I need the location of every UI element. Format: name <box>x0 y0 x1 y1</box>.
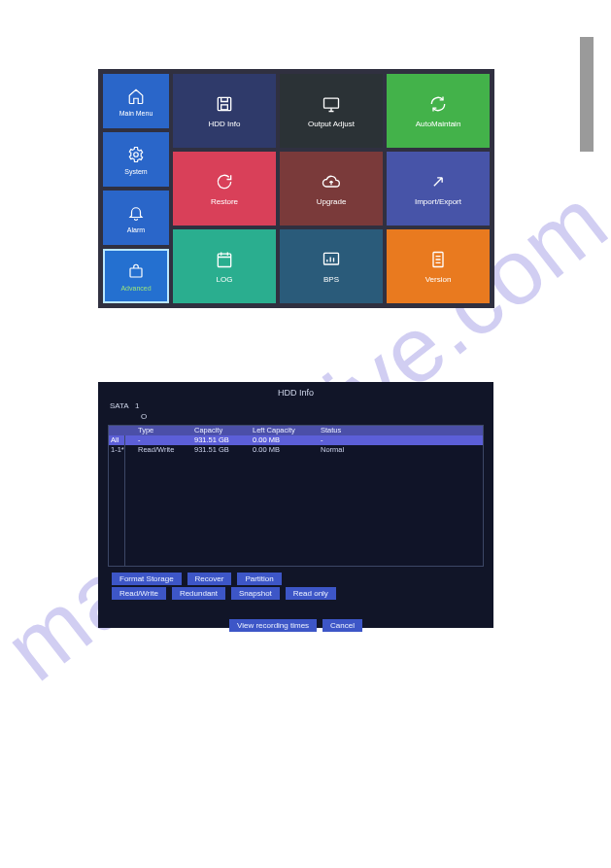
sidebar-item-alarm[interactable]: Alarm <box>103 191 169 245</box>
floppy-icon <box>215 94 234 114</box>
tile-label: Restore <box>211 197 238 206</box>
cell-status: Normal <box>321 445 387 455</box>
tile-label: Import/Export <box>415 197 461 206</box>
tile-label: AutoMaintain <box>416 120 461 128</box>
table-header: Type Capacity Left Capacity Status <box>109 426 483 435</box>
bell-icon <box>126 203 146 223</box>
tile-bps[interactable]: BPS <box>280 229 383 303</box>
partition-button[interactable]: Partition <box>237 573 281 585</box>
col-type: Type <box>138 426 194 435</box>
cell-status: - <box>321 435 387 445</box>
hdd-table: Type Capacity Left Capacity Status All -… <box>108 425 484 567</box>
svg-rect-6 <box>324 253 339 264</box>
tile-upgrade[interactable]: Upgrade <box>280 152 383 226</box>
sidebar-label-system: System <box>124 168 147 175</box>
view-recording-times-button[interactable]: View recording times <box>229 619 317 632</box>
sidebar-label-alarm: Alarm <box>127 226 145 233</box>
cell-type: - <box>138 435 194 445</box>
dialog-title: HDD Info <box>106 388 486 399</box>
cell-capacity: 931.51 GB <box>194 435 253 445</box>
tile-log[interactable]: LOG <box>173 229 276 303</box>
cloud-up-icon <box>322 172 341 191</box>
sidebar-item-system[interactable]: System <box>103 132 169 187</box>
dvr-dashboard: Main Menu System Alarm Advanced HDD I <box>98 69 494 308</box>
tile-restore[interactable]: Restore <box>173 152 276 226</box>
tile-hdd-info[interactable]: HDD Info <box>173 74 276 148</box>
gear-icon <box>126 145 146 164</box>
sata-status: O <box>141 412 147 421</box>
sidebar-item-advanced[interactable]: Advanced <box>103 249 169 303</box>
svg-rect-4 <box>324 98 339 108</box>
table-row[interactable]: 1-1* Read/Write 931.51 GB 0.00 MB Normal <box>109 445 483 455</box>
format-storage-button[interactable]: Format Storage <box>112 573 182 585</box>
sidebar: Main Menu System Alarm Advanced <box>103 74 169 303</box>
sata-value: 1 <box>135 401 139 410</box>
sata-status-row: O <box>106 410 486 421</box>
refresh-icon <box>428 94 448 114</box>
tile-label: Output Adjust <box>308 120 355 128</box>
monitor-icon <box>322 94 341 114</box>
table-vertical-separator <box>124 435 125 566</box>
action-row-2: Read/Write Redundant Snapshot Read only <box>112 587 480 600</box>
recover-button[interactable]: Recover <box>187 573 232 585</box>
sata-row: SATA 1 <box>106 399 486 410</box>
cell-left: 0.00 MB <box>253 435 321 445</box>
col-left-capacity: Left Capacity <box>253 426 321 435</box>
snapshot-button[interactable]: Snapshot <box>231 587 280 600</box>
tile-automaintain[interactable]: AutoMaintain <box>387 74 490 148</box>
svg-rect-5 <box>218 254 230 266</box>
document-icon <box>428 250 448 269</box>
tile-grid: HDD Info Output Adjust AutoMaintain Rest… <box>173 74 490 303</box>
tile-label: BPS <box>323 275 339 284</box>
tile-version[interactable]: Version <box>387 229 490 303</box>
sidebar-label-advanced: Advanced <box>120 285 151 292</box>
col-status: Status <box>321 426 387 435</box>
cell-left: 0.00 MB <box>253 445 321 455</box>
col-capacity: Capacity <box>194 426 253 435</box>
chart-icon <box>322 250 341 269</box>
readwrite-button[interactable]: Read/Write <box>112 587 166 600</box>
col-idx <box>111 426 138 435</box>
calendar-icon <box>215 250 234 269</box>
col-spacer <box>387 426 483 435</box>
svg-rect-2 <box>218 97 230 110</box>
readonly-button[interactable]: Read only <box>286 587 336 600</box>
hdd-info-dialog: HDD Info SATA 1 O Type Capacity Left Cap… <box>98 382 493 628</box>
svg-rect-1 <box>130 268 142 277</box>
cancel-button[interactable]: Cancel <box>322 619 362 632</box>
toolbox-icon <box>126 261 146 281</box>
cell-type: Read/Write <box>138 445 194 455</box>
reload-icon <box>215 172 234 191</box>
bottom-row: View recording times Cancel <box>112 619 480 632</box>
redundant-button[interactable]: Redundant <box>172 587 225 600</box>
tile-label: HDD Info <box>209 120 241 128</box>
sidebar-item-main-menu[interactable]: Main Menu <box>103 74 169 128</box>
tile-label: Version <box>425 275 452 284</box>
tile-output-adjust[interactable]: Output Adjust <box>280 74 383 148</box>
tile-label: LOG <box>217 275 233 284</box>
sidebar-label-main-menu: Main Menu <box>119 110 153 117</box>
action-row-1: Format Storage Recover Partition <box>112 573 480 585</box>
cell-capacity: 931.51 GB <box>194 445 253 455</box>
home-icon <box>126 87 146 106</box>
sata-label: SATA <box>110 401 128 410</box>
svg-point-0 <box>134 152 139 156</box>
tile-import-export[interactable]: Import/Export <box>387 152 490 226</box>
svg-rect-3 <box>221 104 228 109</box>
expand-icon <box>428 172 448 191</box>
tile-label: Upgrade <box>317 197 347 206</box>
table-row[interactable]: All - 931.51 GB 0.00 MB - <box>109 435 483 445</box>
side-marker <box>580 37 594 152</box>
